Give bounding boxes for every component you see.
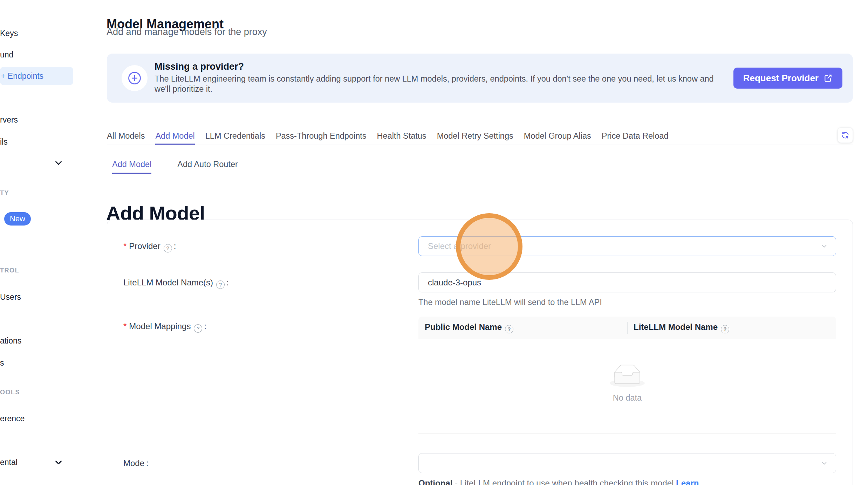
tab-health-status[interactable]: Health Status [377, 128, 426, 145]
help-icon[interactable]: ? [194, 324, 202, 333]
required-mark: * [123, 321, 127, 331]
table-empty-state: No data [418, 339, 836, 434]
learn-more-link[interactable]: Learn [676, 478, 699, 485]
tab-price-data-reload[interactable]: Price Data Reload [602, 128, 669, 145]
mode-label: Mode: [123, 458, 149, 469]
chevron-down-icon [820, 242, 828, 251]
model-management-page: Keys und + Endpoints rvers ils TY New TR… [0, 0, 868, 485]
tab-pass-through-endpoints[interactable]: Pass-Through Endpoints [276, 128, 367, 145]
missing-provider-banner: Missing a provider? The LiteLLM engineer… [107, 54, 853, 103]
external-link-icon [823, 74, 833, 83]
help-icon[interactable]: ? [164, 244, 172, 252]
add-model-subtabs: Add Model Add Auto Router [107, 157, 238, 174]
provider-select[interactable]: Select a provider [418, 236, 836, 256]
model-tabs: All Models Add Model LLM Credentials Pas… [107, 128, 853, 145]
help-icon[interactable]: ? [721, 325, 729, 333]
sidebar-item-servers[interactable]: rvers [0, 115, 18, 125]
tab-add-model[interactable]: Add Model [155, 128, 194, 145]
sidebar-item-models-endpoints[interactable]: + Endpoints [0, 67, 73, 85]
new-badge: New [4, 212, 31, 226]
tab-model-group-alias[interactable]: Model Group Alias [524, 128, 591, 145]
provider-placeholder: Select a provider [428, 237, 491, 256]
refresh-icon [841, 131, 850, 140]
banner-body: The LiteLLM engineering team is constant… [155, 74, 729, 94]
help-icon[interactable]: ? [216, 280, 225, 289]
model-name-helper: The model name LiteLLM will send to the … [418, 298, 602, 307]
tab-all-models[interactable]: All Models [107, 128, 145, 145]
add-model-card: *Provider?: Select a provider LiteLLM Mo… [107, 220, 853, 485]
model-name-label: LiteLLM Model Name(s)?: [123, 277, 229, 288]
sidebar-item-guardrails[interactable]: ils [0, 137, 8, 147]
sidebar-section-header: TROL [0, 266, 19, 274]
mode-select[interactable] [418, 453, 836, 473]
chevron-down-icon [53, 457, 64, 467]
sidebar-item-api-reference[interactable]: erence [0, 413, 25, 424]
sidebar-experimental-chevron[interactable] [53, 457, 64, 467]
sidebar-section-header: TY [0, 189, 9, 197]
sidebar-item-organizations[interactable]: ations [0, 335, 21, 346]
model-mappings-table: Public Model Name? LiteLLM Model Name? N… [418, 317, 836, 434]
banner-title: Missing a provider? [155, 61, 244, 72]
request-provider-label: Request Provider [743, 73, 819, 84]
subtab-add-model[interactable]: Add Model [112, 157, 151, 174]
request-provider-button[interactable]: Request Provider [733, 68, 842, 89]
no-data-text: No data [418, 393, 836, 403]
sidebar-item-teams[interactable]: s [0, 358, 4, 368]
subtab-add-auto-router[interactable]: Add Auto Router [177, 157, 238, 174]
column-public-model-name: Public Model Name? [418, 322, 627, 333]
column-divider [627, 322, 628, 334]
page-subtitle: Add and manage models for the proxy [107, 27, 267, 37]
empty-inbox-icon [610, 365, 645, 387]
plus-circle-icon [122, 65, 148, 91]
chevron-down-icon [53, 158, 64, 168]
mode-helper: Optional - LiteLLM endpoint to use when … [418, 478, 699, 485]
column-litellm-model-name: LiteLLM Model Name? [627, 322, 836, 333]
sidebar-collapse-item[interactable] [53, 158, 64, 168]
tab-model-retry-settings[interactable]: Model Retry Settings [437, 128, 513, 145]
chevron-down-icon [820, 459, 828, 469]
sidebar-section-header: OOLS [0, 388, 20, 396]
provider-label: *Provider?: [123, 241, 176, 251]
help-icon[interactable]: ? [505, 325, 513, 333]
table-header: Public Model Name? LiteLLM Model Name? [418, 317, 836, 339]
sidebar-item-users[interactable]: Users [0, 292, 21, 302]
sidebar-item-keys[interactable]: Keys [0, 28, 18, 39]
sidebar-item-playground[interactable]: und [0, 49, 13, 60]
refresh-button[interactable] [838, 127, 853, 143]
sidebar-item-experimental[interactable]: ental [0, 457, 18, 467]
model-name-input[interactable] [418, 272, 836, 292]
tab-llm-credentials[interactable]: LLM Credentials [205, 128, 265, 145]
model-mappings-label: *Model Mappings?: [123, 321, 206, 332]
required-mark: * [123, 241, 127, 251]
